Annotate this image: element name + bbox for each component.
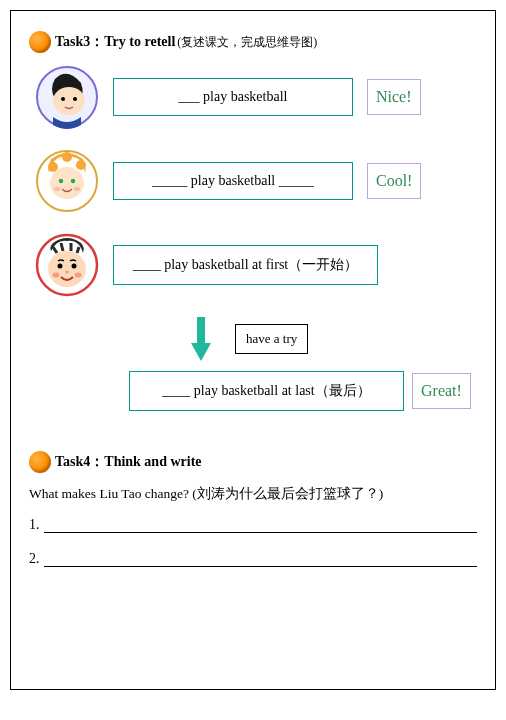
retell-textbox-3: ____ play basketball at first（一开始） bbox=[113, 245, 378, 285]
answer-blank-2[interactable] bbox=[44, 552, 478, 567]
badge-nice: Nice! bbox=[367, 79, 421, 115]
retell-row-3: ____ play basketball at first（一开始） bbox=[29, 233, 477, 297]
svg-point-14 bbox=[48, 251, 86, 287]
basketball-icon bbox=[29, 31, 51, 53]
svg-rect-20 bbox=[197, 317, 205, 343]
svg-point-11 bbox=[54, 187, 60, 191]
svg-point-19 bbox=[65, 271, 69, 274]
task4-block: Task4：Think and write What makes Liu Tao… bbox=[29, 451, 477, 567]
svg-point-6 bbox=[76, 160, 86, 170]
task3-title: Task3：Try to retell bbox=[55, 33, 175, 51]
svg-point-7 bbox=[62, 152, 72, 162]
svg-point-16 bbox=[72, 264, 77, 269]
retell-textbox-2: _____ play basketball _____ bbox=[113, 162, 353, 200]
avatar-boy-1 bbox=[35, 65, 99, 129]
retell-row-1: ___ play basketball Nice! bbox=[29, 65, 477, 129]
retell-row-2: _____ play basketball _____ Cool! bbox=[29, 149, 477, 213]
avatar-boy-3 bbox=[35, 233, 99, 297]
svg-point-1 bbox=[53, 87, 85, 115]
answer-line-1[interactable]: 1. bbox=[29, 517, 477, 533]
svg-point-18 bbox=[75, 273, 82, 278]
task4-question: What makes Liu Tao change? (刘涛为什么最后会打篮球了… bbox=[29, 485, 477, 503]
task4-header: Task4：Think and write bbox=[29, 451, 477, 473]
basketball-icon bbox=[29, 451, 51, 473]
retell-textbox-1: ___ play basketball bbox=[113, 78, 353, 116]
svg-point-15 bbox=[58, 264, 63, 269]
have-a-try-box: have a try bbox=[235, 324, 308, 354]
task3-header: Task3：Try to retell (复述课文，完成思维导图) bbox=[29, 31, 477, 53]
answer-number-1: 1. bbox=[29, 517, 40, 533]
answer-line-2[interactable]: 2. bbox=[29, 551, 477, 567]
svg-point-2 bbox=[61, 97, 65, 101]
arrow-row: have a try bbox=[189, 317, 477, 361]
answer-number-2: 2. bbox=[29, 551, 40, 567]
svg-marker-21 bbox=[191, 343, 211, 361]
svg-point-3 bbox=[73, 97, 77, 101]
badge-cool: Cool! bbox=[367, 163, 421, 199]
worksheet-page: Task3：Try to retell (复述课文，完成思维导图) ___ pl… bbox=[10, 10, 496, 690]
task3-subtitle: (复述课文，完成思维导图) bbox=[177, 34, 317, 51]
svg-point-9 bbox=[59, 179, 63, 183]
svg-point-8 bbox=[50, 167, 84, 199]
svg-point-17 bbox=[53, 273, 60, 278]
answer-blank-1[interactable] bbox=[44, 518, 478, 533]
task4-title: Task4：Think and write bbox=[55, 453, 202, 471]
arrow-down-icon bbox=[189, 317, 213, 361]
svg-point-12 bbox=[74, 187, 80, 191]
svg-point-10 bbox=[71, 179, 75, 183]
retell-last-row: ____ play basketball at last（最后） Great! bbox=[129, 371, 477, 411]
avatar-boy-2 bbox=[35, 149, 99, 213]
retell-textbox-last: ____ play basketball at last（最后） bbox=[129, 371, 404, 411]
badge-great: Great! bbox=[412, 373, 471, 409]
